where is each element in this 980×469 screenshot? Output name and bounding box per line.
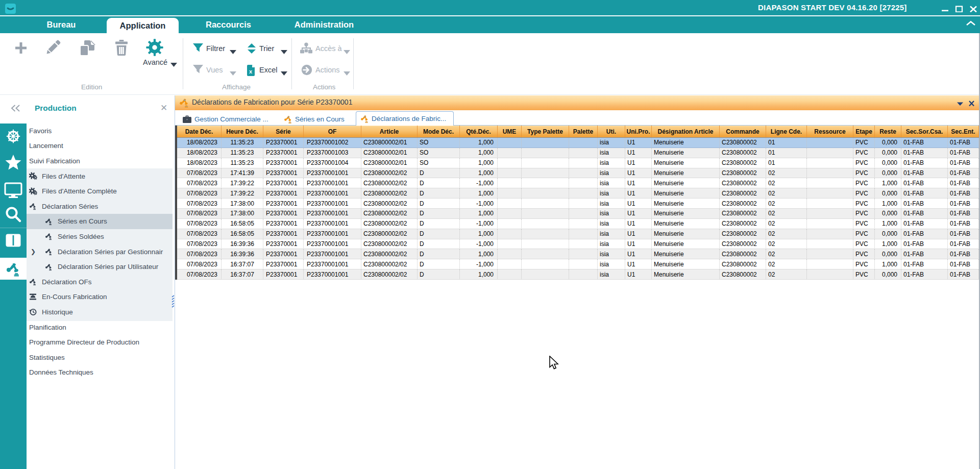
svg-text:x: x: [249, 68, 253, 75]
